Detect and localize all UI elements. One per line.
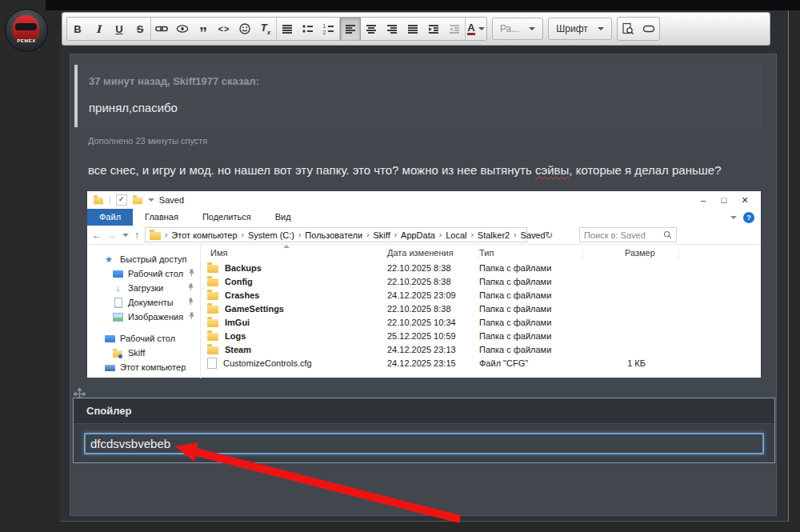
table-row[interactable]: Crashes24.12.2025 23:09Папка с файлами xyxy=(201,288,761,302)
sidebar-item[interactable]: ★Быстрый доступ xyxy=(87,252,200,266)
breadcrumb-segment[interactable]: AppData xyxy=(401,230,435,240)
file-date-cell: 22.10.2025 10:34 xyxy=(387,318,479,327)
file-rows: Backups22.10.2025 8:38Папка с файламиCon… xyxy=(201,261,761,370)
explorer-address-bar: ← → ↑ ›Этот компьютер›System (C:)›Пользо… xyxy=(87,226,761,244)
breadcrumb-segment[interactable]: System (C:) xyxy=(248,230,294,240)
breadcrumb-segment[interactable]: Skiff xyxy=(374,230,390,240)
bold-button[interactable]: B xyxy=(67,18,88,40)
sidebar-item[interactable]: Рабочий стол xyxy=(87,331,200,346)
align-center-button[interactable] xyxy=(361,18,382,40)
strikethrough-button[interactable]: S xyxy=(130,18,150,40)
table-row[interactable]: Logs25.12.2025 10:59Папка с файлами xyxy=(201,329,761,342)
column-header[interactable]: Имя xyxy=(201,246,387,259)
table-row[interactable]: Steam24.12.2025 23:13Папка с файлами xyxy=(201,342,761,356)
file-date-cell: 22.10.2025 8:38 xyxy=(387,304,479,314)
minimize-icon[interactable]: – xyxy=(693,195,714,206)
folder-icon xyxy=(94,198,103,205)
file-name-cell: Steam xyxy=(201,345,387,354)
outdent-button xyxy=(444,18,465,40)
help-icon[interactable]: ? xyxy=(743,212,754,223)
breadcrumb-segment[interactable]: Local xyxy=(446,230,466,240)
numbered-list-button[interactable]: 12 xyxy=(318,18,339,40)
font-dropdown[interactable]: Шрифт xyxy=(548,18,611,40)
explorer-tab[interactable]: Главная xyxy=(133,209,190,226)
downloads-icon: ↓ xyxy=(113,283,123,294)
breadcrumb-separator: › xyxy=(512,230,518,239)
sidebar-item[interactable]: Этот компьютер xyxy=(87,360,200,374)
breadcrumb-segment[interactable]: Пользователи xyxy=(305,230,362,240)
align-left-button[interactable] xyxy=(340,18,361,40)
folder-icon xyxy=(207,292,218,300)
toolbar-group: BIUS xyxy=(67,18,150,40)
forward-icon[interactable]: → xyxy=(107,230,117,241)
justify-icon xyxy=(406,22,419,35)
file-date-cell: 24.12.2025 23:09 xyxy=(387,290,479,300)
size-dropdown[interactable]: Ра... xyxy=(492,18,543,40)
column-header[interactable]: Дата изменения xyxy=(387,246,479,259)
line-height-button[interactable] xyxy=(277,18,298,40)
close-icon[interactable]: ✕ xyxy=(734,195,755,206)
italic-button[interactable]: I xyxy=(88,18,109,40)
link-icon xyxy=(155,22,168,35)
up-icon[interactable]: ↑ xyxy=(134,230,139,241)
file-name: Logs xyxy=(225,331,246,341)
search-box[interactable]: Поиск в: Saved xyxy=(579,227,677,242)
breadcrumb-segment[interactable]: Stalker2 xyxy=(478,230,510,240)
file-name-cell: CustomizeControls.cfg xyxy=(201,358,387,369)
user-folder-icon xyxy=(113,348,123,358)
ribbon-collapse-chevron-icon[interactable] xyxy=(730,216,737,219)
eye-button[interactable] xyxy=(172,18,193,40)
table-row[interactable]: Config22.10.2025 8:38Папка с файлами xyxy=(201,274,761,288)
text-color-button[interactable]: A xyxy=(466,18,486,40)
spoiler-header[interactable]: Спойлер xyxy=(74,398,774,424)
breadcrumb[interactable]: ›Этот компьютер›System (C:)›Пользователи… xyxy=(145,227,527,242)
file-type-cell: Папка с файлами xyxy=(479,263,583,273)
table-row[interactable]: CustomizeControls.cfg24.12.2025 23:15Фай… xyxy=(201,356,761,370)
address-chevron-icon[interactable] xyxy=(533,234,539,237)
back-icon[interactable]: ← xyxy=(92,230,102,241)
explorer-tab[interactable]: Поделиться xyxy=(190,209,263,226)
link-button[interactable] xyxy=(151,18,172,40)
code-button[interactable]: <> xyxy=(214,18,234,40)
emoticon-button[interactable] xyxy=(234,18,255,40)
column-header[interactable]: Тип xyxy=(479,246,583,259)
sidebar-item[interactable]: Изображения xyxy=(87,310,200,324)
align-right-button[interactable] xyxy=(382,18,402,40)
quote-button[interactable]: ” xyxy=(193,18,214,40)
spoiler-text-field[interactable]: dfcdsvsbvebeb xyxy=(84,433,764,454)
indent-button[interactable] xyxy=(423,18,444,40)
sidebar-item[interactable]: ↓Загрузки xyxy=(87,281,200,295)
toolbar-extra-strip xyxy=(617,17,660,41)
preview-button[interactable] xyxy=(618,18,638,40)
refresh-icon[interactable]: ↻ xyxy=(545,230,553,241)
sidebar-item[interactable]: Рабочий стол xyxy=(87,266,200,281)
column-header[interactable]: Размер xyxy=(583,246,679,259)
table-row[interactable]: GameSettings22.10.2025 8:38Папка с файла… xyxy=(201,302,761,315)
underline-button[interactable]: U xyxy=(109,18,130,40)
explorer-tab[interactable]: Файл xyxy=(87,209,133,226)
breadcrumb-segment[interactable]: Этот компьютер xyxy=(171,230,237,240)
chevron-down-icon xyxy=(529,27,535,30)
font-dropdown-label: Шрифт xyxy=(556,23,587,34)
properties-check-icon[interactable]: ✓ xyxy=(116,194,127,206)
bulleted-list-button[interactable] xyxy=(298,18,318,40)
toolbar-button-strip: BIUS”<>Tx12A xyxy=(66,17,487,41)
button-maker-button[interactable] xyxy=(638,18,659,40)
justify-button[interactable] xyxy=(402,18,423,40)
spoiler-block[interactable]: Спойлер dfcdsvsbvebeb xyxy=(73,398,775,463)
table-row[interactable]: ImGui22.10.2025 10:34Папка с файлами xyxy=(201,315,761,329)
chevron-down-icon[interactable] xyxy=(148,198,154,202)
maximize-icon[interactable]: □ xyxy=(714,195,734,206)
search-icon xyxy=(663,230,672,239)
editor-content-area[interactable]: 37 минут назад, Skiff1977 сказал: принял… xyxy=(70,54,777,516)
line-height-icon xyxy=(281,22,294,35)
sidebar-item[interactable]: Skiff xyxy=(87,346,200,360)
sidebar-item[interactable]: Документы xyxy=(87,295,200,310)
user-avatar[interactable]: PEMEX xyxy=(5,9,48,52)
remove-format-button[interactable]: Tx xyxy=(255,18,276,40)
explorer-tab[interactable]: Вид xyxy=(263,209,303,226)
file-type-cell: Файл "CFG" xyxy=(479,358,583,368)
recent-locations-chevron-icon[interactable] xyxy=(122,234,129,237)
file-date-cell: 25.12.2025 10:59 xyxy=(387,331,479,341)
table-row[interactable]: Backups22.10.2025 8:38Папка с файлами xyxy=(201,261,761,274)
